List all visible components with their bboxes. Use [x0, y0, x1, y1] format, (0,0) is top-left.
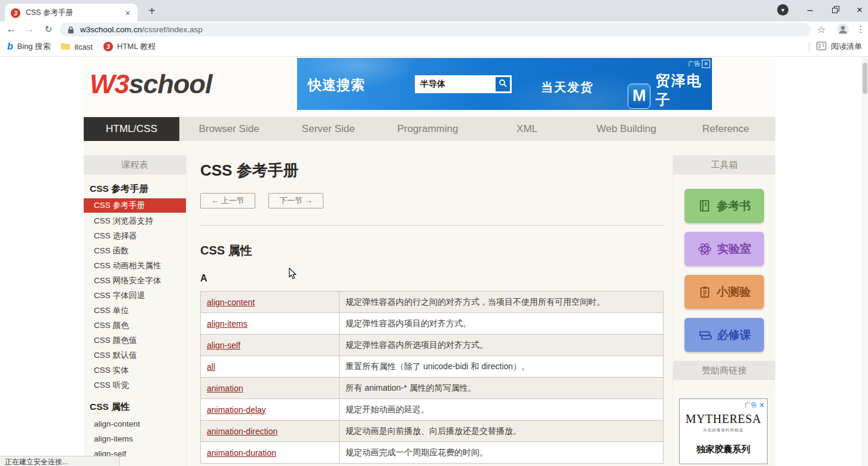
tool-button-3[interactable]: 必修课 — [684, 318, 764, 352]
sponsor-ad[interactable]: 广告 ✕ MYTHERESA 出色的奢侈时尚精选 独家胶囊系列 — [679, 398, 768, 464]
property-link[interactable]: align-items — [207, 319, 247, 329]
property-link[interactable]: animation — [207, 384, 243, 393]
book-icon — [698, 199, 711, 213]
clipboard-icon — [698, 286, 711, 299]
next-button[interactable]: 下一节 → — [268, 193, 323, 209]
nav-item-0[interactable]: HTML/CSS — [84, 117, 179, 141]
nav-item-5[interactable]: Web Building — [577, 117, 676, 141]
url-path: /cssref/index.asp — [142, 25, 203, 34]
table-row: animation所有 animation-* 属性的简写属性。 — [201, 378, 664, 399]
ad-tag: 广告 ✕ — [745, 401, 765, 409]
new-tab-button[interactable]: + — [143, 2, 160, 19]
sidebar-item[interactable]: align-content — [84, 416, 186, 431]
ad-label: 广告 — [688, 60, 700, 68]
scrollbar-thumb[interactable] — [863, 63, 867, 94]
window-close-button[interactable]: × — [849, 0, 868, 20]
tool-button-0[interactable]: 参考书 — [684, 189, 764, 223]
back-button[interactable]: ← — [4, 22, 19, 37]
mouser-logo: M — [628, 84, 650, 109]
ad-close-icon[interactable]: ✕ — [759, 401, 765, 409]
sidebar-item[interactable]: CSS 颜色 — [84, 318, 186, 333]
sidebar-item[interactable]: align-items — [84, 431, 186, 446]
sidebar-item[interactable]: CSS 网络安全字体 — [84, 273, 186, 288]
bookmark-item[interactable]: 3HTML 教程 — [103, 41, 156, 52]
books-icon — [698, 328, 712, 342]
site-header: W3school 广告 ✕ 快速搜索 半导体 当天发货 M — [84, 57, 775, 117]
sponsor-header: 赞助商链接 — [673, 361, 775, 380]
property-cell: all — [201, 356, 340, 378]
bookmark-item[interactable]: itcast — [61, 42, 92, 51]
sidebar-item[interactable]: CSS 听觉 — [84, 378, 186, 393]
bookmarks-bar: bBing 搜索itcast3HTML 教程 阅读清单 — [0, 37, 868, 57]
ad-quick-search-text: 快速搜索 — [308, 76, 365, 94]
tool-button-1[interactable]: 实验室 — [684, 232, 764, 266]
ad-search-box[interactable]: 半导体 — [415, 75, 512, 93]
nav-item-1[interactable]: Browser Side — [179, 117, 279, 141]
property-desc: 所有 animation-* 属性的简写属性。 — [340, 378, 664, 399]
address-bar[interactable]: w3school.com.cn/cssref/index.asp — [60, 23, 811, 36]
tool-button-2[interactable]: 小测验 — [684, 275, 764, 309]
property-desc: 规定开始动画的延迟。 — [340, 399, 664, 421]
nav-item-6[interactable]: Reference — [676, 117, 775, 141]
maximize-button[interactable] — [826, 0, 846, 20]
reload-button[interactable]: ↻ — [41, 22, 56, 37]
sidebar-item[interactable]: CSS 选择器 — [84, 228, 186, 243]
atom-icon — [698, 242, 712, 256]
browser-update-icon[interactable]: ▾ — [777, 4, 788, 16]
sidebar-item[interactable]: CSS 颜色值 — [84, 333, 186, 348]
right-sidebar: 工具箱 参考书实验室小测验必修课 赞助商链接 广告 ✕ MYTHERESA 出色… — [673, 155, 775, 466]
property-link[interactable]: align-content — [207, 298, 255, 307]
property-desc: 规定动画是向前播放、向后播放还是交替播放。 — [340, 421, 664, 442]
tab-close-icon[interactable]: × — [124, 8, 132, 18]
ad-shipping-text: 当天发货 — [541, 79, 594, 96]
menu-kebab-icon[interactable]: ⋮ — [855, 22, 867, 37]
bookmark-star-icon[interactable]: ☆ — [814, 22, 829, 37]
table-row: animation-direction规定动画是向前播放、向后播放还是交替播放。 — [201, 421, 664, 442]
sidebar-section-title: CSS 属性 — [90, 401, 186, 413]
browser-tab[interactable]: 3 CSS 参考手册 × — [5, 4, 137, 22]
bookmark-label: Bing 搜索 — [17, 41, 51, 52]
table-body: align-content规定弹性容器内的行之间的对齐方式，当项目不使用所有可用… — [201, 292, 664, 464]
scrollbar[interactable] — [861, 57, 868, 466]
prev-button[interactable]: ← 上一节 — [200, 193, 255, 209]
property-link[interactable]: animation-direction — [207, 427, 277, 436]
bookmark-label: itcast — [74, 42, 92, 51]
sidebar-item[interactable]: CSS 浏览器支持 — [84, 213, 186, 228]
sidebar-header: 课程表 — [84, 155, 186, 174]
property-link[interactable]: all — [207, 362, 215, 372]
ad-search-button[interactable] — [496, 77, 510, 91]
folder-icon — [61, 42, 70, 51]
sidebar-item[interactable]: CSS 函数 — [84, 243, 186, 258]
table-row: align-items规定弹性容器内项目的对齐方式。 — [201, 313, 664, 335]
status-tooltip: 正在建立安全连接... — [0, 456, 120, 466]
property-desc: 规定弹性容器内的行之间的对齐方式，当项目不使用所有可用空间时。 — [340, 292, 664, 313]
sidebar-menu: CSS 参考手册CSS 参考手册CSS 浏览器支持CSS 选择器CSS 函数CS… — [84, 183, 186, 461]
nav-item-3[interactable]: Programming — [378, 117, 477, 141]
sidebar-item[interactable]: CSS 参考手册 — [84, 198, 186, 213]
forward-button[interactable]: → — [22, 22, 37, 37]
profile-avatar[interactable] — [836, 23, 849, 36]
site-logo[interactable]: W3school — [90, 69, 212, 100]
minimize-button[interactable]: – — [800, 0, 820, 20]
tab-bar: 3 CSS 参考手册 × + ▾ – × — [0, 0, 868, 22]
ad-close-icon[interactable]: ✕ — [702, 60, 710, 68]
nav-item-2[interactable]: Server Side — [279, 117, 378, 141]
nav-item-4[interactable]: XML — [478, 117, 577, 141]
sidebar-item[interactable]: CSS 字体回退 — [84, 288, 186, 303]
property-link[interactable]: align-self — [207, 341, 240, 350]
letter-heading: A — [200, 273, 664, 284]
sidebar-item[interactable]: CSS 实体 — [84, 363, 186, 378]
ad-brand-name: 贸泽电子 — [655, 71, 712, 109]
sidebar-item[interactable]: CSS 单位 — [84, 303, 186, 318]
ad-search-input[interactable]: 半导体 — [420, 79, 445, 90]
sidebar-item[interactable]: CSS 默认值 — [84, 348, 186, 363]
property-cell: animation-delay — [201, 399, 340, 421]
bookmark-item[interactable]: bBing 搜索 — [7, 41, 50, 52]
reading-list-label[interactable]: 阅读清单 — [831, 41, 862, 52]
sidebar-item[interactable]: CSS 动画相关属性 — [84, 258, 186, 273]
property-link[interactable]: animation-duration — [207, 448, 276, 458]
reading-list[interactable]: 阅读清单 — [809, 37, 862, 56]
property-link[interactable]: animation-delay — [207, 405, 266, 415]
ad-banner[interactable]: 广告 ✕ 快速搜索 半导体 当天发货 M 贸泽电子 MOUSER ELECTRO… — [297, 58, 712, 110]
section-title: CSS 属性 — [200, 243, 664, 259]
